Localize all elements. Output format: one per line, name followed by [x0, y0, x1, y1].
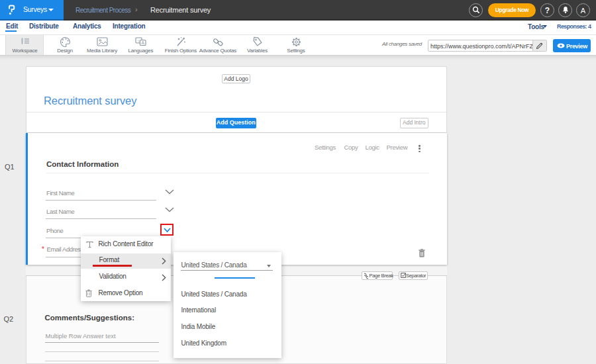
svg-text:A: A [142, 40, 145, 45]
